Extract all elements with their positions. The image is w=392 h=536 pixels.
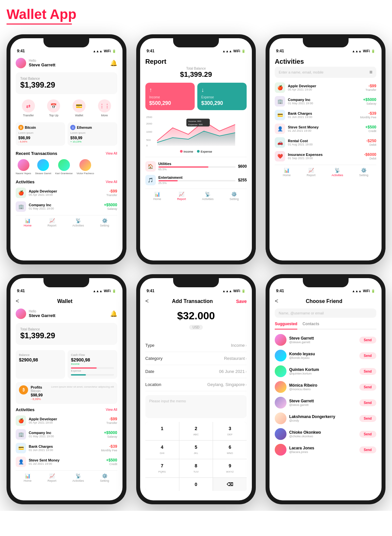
person-kari[interactable]: Kari Granleese: [55, 159, 73, 175]
friend-quinten[interactable]: Quinten Kortum@quinten.kortum Send: [275, 365, 376, 377]
send-button-1[interactable]: Send: [359, 337, 376, 343]
nav-home[interactable]: 📊Home: [283, 168, 291, 177]
signal-icon: ▲▲▲: [93, 289, 103, 293]
send-button-7[interactable]: Send: [359, 431, 376, 438]
person-victor[interactable]: Victor Pacheco: [76, 159, 94, 175]
activity-apple[interactable]: 🍎 Apple Developer 05 Apr 2021 19:00 -$99…: [16, 188, 117, 198]
notification-icon[interactable]: 🔔: [110, 59, 117, 67]
category-entertainment[interactable]: 🎵 Entertainment 25.5% $255: [145, 175, 247, 185]
filter-icon[interactable]: ≡: [369, 69, 372, 75]
key-6[interactable]: 6MNO: [213, 441, 247, 459]
company-icon: 🏢: [16, 201, 26, 212]
act3-insurance[interactable]: ❤️ Insurance Expenses01 Sep 2021 19:00 -…: [275, 151, 376, 161]
person-steave[interactable]: Steave Garret: [35, 159, 51, 175]
act3-apple[interactable]: 🍎 Apple Developer05 Apr 2021 19:00 -$99T…: [275, 82, 376, 93]
back-button[interactable]: <: [16, 298, 19, 305]
key-4[interactable]: 4GHI: [145, 441, 179, 459]
w-act-bank[interactable]: 💳 Bank Charges01 Jun 2021 19:00 -$39Mont…: [16, 443, 117, 453]
back-button[interactable]: <: [145, 298, 149, 305]
back-button[interactable]: <: [275, 298, 278, 305]
w-act-steve[interactable]: 👤 Steve Sent Money01 Jul 2021 19:00 +$50…: [16, 457, 117, 467]
key-3[interactable]: 3DEF: [213, 422, 247, 440]
action-more[interactable]: ⋮⋮ More: [98, 99, 111, 117]
transfer-icon: ⇄: [22, 99, 35, 112]
form-category[interactable]: Category Restaurant ›: [145, 352, 247, 365]
activity-company[interactable]: 🏢 Company Inc 01 May 2021 19:00 +$5000 S…: [16, 201, 117, 212]
save-button[interactable]: Save: [236, 299, 247, 304]
act3-steve[interactable]: 👤 Steve Sent Money01 Jul 2021 19:00 +$50…: [275, 124, 376, 134]
ethereum-card[interactable]: Ξ Ethereum Lorem ipsum $59,99 + 10,15%: [68, 122, 117, 146]
form-date[interactable]: Date 06 June 2021 ›: [145, 365, 247, 378]
w-act-company[interactable]: 🏢 Company Inc01 May 2021 19:00 +$5000Sal…: [16, 429, 117, 440]
act3-rental[interactable]: 🚗 Rental Cost01 Aug 2021 19:00 -$250Debi…: [275, 137, 376, 148]
form-location[interactable]: Location Geylang, Singapore ›: [145, 378, 247, 391]
w-view-all[interactable]: View All: [106, 408, 117, 411]
w-act-apple[interactable]: 🍎 Apple Developer05 Apr 2021 19:00 -$99T…: [16, 415, 117, 426]
send-button-2[interactable]: Send: [359, 352, 376, 359]
nav-report[interactable]: 📈Report: [307, 168, 316, 177]
nav-setting[interactable]: ⚙️Setting: [359, 168, 368, 177]
nav-activities[interactable]: 📡Activities: [202, 192, 214, 201]
person-naomi[interactable]: Naomi Yepes: [16, 159, 31, 175]
friend-chioke[interactable]: Chioke Okonkwo@chioke.okonkwo Send: [275, 428, 376, 440]
friend-lakshmana[interactable]: Lakshmana Dongerkerry@cindy Send: [275, 412, 376, 424]
nav-report[interactable]: 📈Report: [48, 218, 57, 227]
nav-setting[interactable]: ⚙️Setting: [100, 218, 109, 227]
location-value: Geylang, Singapore ›: [207, 382, 247, 387]
profits-label: Profits: [31, 385, 48, 389]
tab-suggested[interactable]: Sugguested: [275, 322, 297, 329]
action-wallet[interactable]: 💳 Wallet: [73, 99, 86, 117]
tab-contacts[interactable]: Contacts: [302, 322, 319, 326]
key-8[interactable]: 8TUV: [179, 459, 213, 477]
send-button-8[interactable]: Send: [359, 446, 376, 453]
action-topup[interactable]: 📅 Top Up: [47, 99, 60, 117]
entertainment-icon: 🎵: [145, 175, 156, 185]
friend-monica[interactable]: Mónica Ribeiro@monica.ribeiro Send: [275, 381, 376, 393]
key-empty: [145, 478, 179, 491]
nav-activities[interactable]: 📡Activities: [332, 168, 343, 177]
profits-card: ₿ Profits Bitcoin $98,99 - 8,99% Lorem i…: [16, 382, 117, 404]
key-5[interactable]: 5JKL: [179, 441, 213, 459]
send-button-3[interactable]: Send: [359, 368, 376, 375]
nav-home[interactable]: 📊Home: [153, 192, 161, 201]
nav-report[interactable]: 📈Report: [177, 192, 186, 201]
category-utilities[interactable]: 🏠 Utilities 65.5% $600: [145, 161, 247, 172]
bitcoin-card[interactable]: ₿ Bitcoin Lorem ipsum $98,99 - 8,99%: [16, 122, 65, 146]
view-all-recent[interactable]: View All: [106, 152, 117, 155]
key-7[interactable]: 7PQRS: [145, 459, 179, 477]
send-button-6[interactable]: Send: [359, 415, 376, 422]
act3-bank[interactable]: 💳 Bank Charges01 Jun 2021 19:00 -$39Mont…: [275, 110, 376, 120]
send-button-4[interactable]: Send: [359, 384, 376, 391]
friend-steve-garrett[interactable]: Steve Garrett@steave.garrett Send: [275, 334, 376, 346]
key-1[interactable]: 1: [145, 422, 179, 440]
key-9[interactable]: 9WXYZ: [213, 459, 247, 477]
form-type[interactable]: Type Income ›: [145, 339, 247, 352]
nav-setting[interactable]: ⚙️Setting: [230, 192, 239, 201]
friend-search[interactable]: Name, @username or email: [275, 309, 376, 318]
view-all-activities[interactable]: View All: [106, 180, 117, 184]
utilities-name: Utilities: [158, 162, 236, 166]
friend-lacara[interactable]: Lacara Jones@lacara.jones Send: [275, 444, 376, 456]
nav-home[interactable]: 📊Home: [24, 218, 32, 227]
legend-income: Income: [184, 150, 193, 153]
key-2[interactable]: 2ABC: [179, 422, 213, 440]
send-button-5[interactable]: Send: [359, 399, 376, 406]
act3-company[interactable]: 🏢 Company Inc01 May 2021 19:00 +$5000Sal…: [275, 96, 376, 107]
cashflow-value: $2900,98: [71, 357, 114, 362]
phone-activities: 9:41 ▲▲▲WiFi🔋 Activities Enter a name, e…: [266, 34, 385, 264]
nav-setting[interactable]: ⚙️Setting: [100, 473, 109, 482]
nav-report[interactable]: 📈Report: [48, 473, 57, 482]
search-bar[interactable]: Enter a name, email, mobile ≡: [275, 67, 376, 78]
utilities-pct: 65.5%: [158, 168, 236, 171]
nav-activities[interactable]: 📡Activities: [73, 218, 84, 227]
nav-home[interactable]: 📊Home: [24, 473, 32, 482]
memo-area[interactable]: Please input the memo: [145, 395, 247, 418]
friend-kondo[interactable]: Kondo Ieyasu@kondo.leyasu Send: [275, 350, 376, 361]
key-0[interactable]: 0: [179, 478, 213, 491]
nav-activities[interactable]: 📡Activities: [73, 473, 84, 482]
key-delete[interactable]: ⌫: [213, 478, 247, 491]
avatar: [16, 58, 26, 68]
notification-icon[interactable]: 🔔: [110, 310, 117, 317]
friend-steve2[interactable]: Steve Garrett@steve.garrett Send: [275, 397, 376, 409]
action-transfer[interactable]: ⇄ Transfer: [22, 99, 35, 117]
